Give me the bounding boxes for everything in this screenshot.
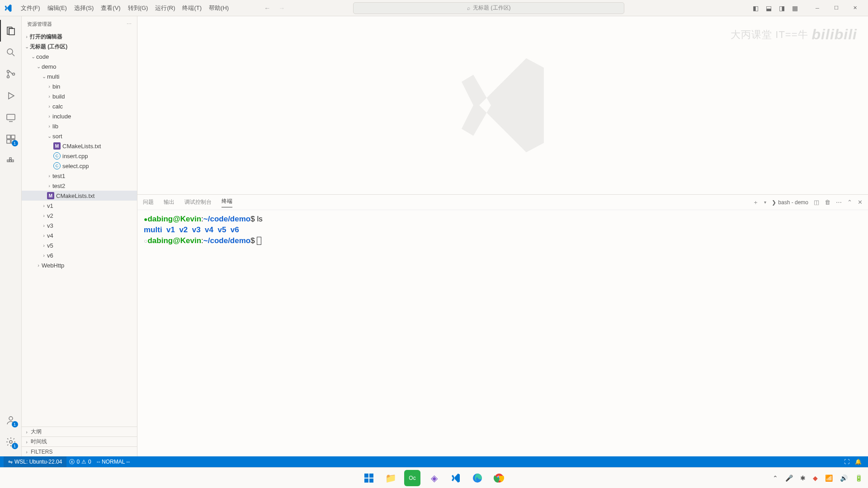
layout-sidebar-right-icon[interactable]: ◨ (777, 3, 787, 13)
tray-mic-icon[interactable]: 🎤 (785, 474, 793, 482)
window-minimize-icon[interactable]: ─ (808, 2, 826, 14)
activity-account-icon[interactable]: 1 (0, 409, 22, 431)
panel-close-icon[interactable]: ✕ (858, 199, 863, 206)
status-vim-mode: -- NORMAL -- (94, 456, 133, 467)
section-outline[interactable]: 大纲 (22, 427, 137, 436)
status-bell-icon[interactable]: 🔔 (852, 459, 864, 465)
bilibili-logo: bilibili (812, 26, 857, 43)
folder-demo[interactable]: demo (22, 61, 137, 71)
tray-battery-icon[interactable]: 🔋 (855, 474, 863, 482)
file-select-cpp[interactable]: Cselect.cpp (22, 161, 137, 171)
folder-build[interactable]: build (22, 91, 137, 101)
terminal-content[interactable]: ●dabing@Kevin:~/code/demo$ ls multi v1 v… (137, 210, 868, 456)
tab-terminal[interactable]: 终端 (222, 197, 232, 207)
explorer-more-icon[interactable]: ⋯ (127, 21, 132, 27)
tab-output[interactable]: 输出 (164, 198, 175, 206)
status-remote[interactable]: ⇋WSL: Ubuntu-22.04 (4, 456, 66, 467)
activity-scm-icon[interactable] (0, 63, 22, 85)
folder-calc[interactable]: calc (22, 101, 137, 111)
menu-select[interactable]: 选择(S) (71, 2, 97, 14)
file-cmake-sort[interactable]: MCMakeLists.txt (22, 141, 137, 151)
folder-v5[interactable]: v5 (22, 240, 137, 250)
vscode-watermark-icon (444, 47, 561, 164)
activity-search-icon[interactable] (0, 42, 22, 63)
folder-sort[interactable]: sort (22, 131, 137, 141)
file-insert-cpp[interactable]: Cinsert.cpp (22, 151, 137, 161)
folder-bin[interactable]: bin (22, 81, 137, 91)
folder-webhttp[interactable]: WebHttp (22, 260, 137, 270)
new-terminal-icon[interactable]: ＋ (753, 198, 759, 206)
section-filters[interactable]: FILTERS (22, 446, 137, 456)
menu-terminal[interactable]: 终端(T) (179, 2, 205, 14)
section-timeline[interactable]: 时间线 (22, 436, 137, 446)
ext-badge: 1 (12, 140, 18, 146)
folder-v3[interactable]: v3 (22, 221, 137, 230)
command-center[interactable]: ⌕ 无标题 (工作区) (353, 2, 624, 14)
activity-docker-icon[interactable] (0, 150, 22, 172)
taskbar-explorer-icon[interactable]: 📁 (382, 470, 399, 486)
folder-test1[interactable]: test1 (22, 171, 137, 181)
tab-debug-console[interactable]: 调试控制台 (184, 198, 212, 206)
kill-terminal-icon[interactable]: 🗑 (825, 199, 830, 206)
menu-file[interactable]: 文件(F) (17, 2, 44, 14)
folder-multi[interactable]: multi (22, 71, 137, 81)
nav-back-icon[interactable]: ← (264, 5, 270, 12)
taskbar-chrome-icon[interactable] (491, 470, 507, 486)
activity-explorer-icon[interactable] (0, 20, 22, 42)
bash-icon: ❯ (772, 199, 776, 206)
folder-include[interactable]: include (22, 111, 137, 121)
nav-arrows: ← → (264, 5, 285, 12)
panel-maximize-icon[interactable]: ⌃ (847, 199, 852, 206)
tray-volume-icon[interactable]: 🔊 (840, 474, 848, 482)
window-close-icon[interactable]: ✕ (846, 2, 864, 14)
cpp-icon: C (53, 152, 61, 160)
folder-v6[interactable]: v6 (22, 250, 137, 260)
folder-v4[interactable]: v4 (22, 230, 137, 240)
layout-customize-icon[interactable]: ▦ (790, 3, 800, 13)
layout-sidebar-left-icon[interactable]: ◧ (750, 3, 761, 13)
svg-rect-9 (7, 160, 9, 162)
window-maximize-icon[interactable]: ☐ (827, 2, 845, 14)
file-cmake-multi[interactable]: MCMakeLists.txt (22, 191, 137, 201)
activity-extensions-icon[interactable]: 1 (0, 128, 22, 150)
taskbar-vscode-icon[interactable] (448, 470, 464, 486)
panel-more-icon[interactable]: ⋯ (836, 199, 842, 206)
tray-wifi-icon[interactable]: 📶 (825, 474, 833, 482)
svg-rect-12 (9, 158, 11, 160)
taskbar-vs-icon[interactable]: ◈ (426, 470, 442, 486)
file-tree: 打开的编辑器 无标题 (工作区) code demo multi bin bui… (22, 32, 137, 427)
status-problems[interactable]: ⓧ0⚠0 (66, 456, 94, 467)
layout-panel-icon[interactable]: ⬓ (764, 3, 774, 13)
menu-run[interactable]: 运行(R) (151, 2, 179, 14)
sidebar-explorer: 资源管理器 ⋯ 打开的编辑器 无标题 (工作区) code demo multi… (22, 16, 137, 456)
activity-settings-icon[interactable]: 1 (0, 431, 22, 453)
folder-code[interactable]: code (22, 52, 137, 61)
terminal-dropdown-icon[interactable]: ▾ (764, 200, 766, 205)
tray-app-icon[interactable]: ✱ (800, 474, 806, 482)
menu-help[interactable]: 帮助(H) (205, 2, 232, 14)
editor-area: 大丙课堂 IT==牛 bilibili 问题 输出 调试控制台 终端 ＋ ▾ ❯… (137, 16, 868, 456)
menu-edit[interactable]: 编辑(E) (44, 2, 71, 14)
taskbar-wechat-icon[interactable]: Oc (404, 470, 420, 486)
folder-v1[interactable]: v1 (22, 201, 137, 211)
section-workspace[interactable]: 无标题 (工作区) (22, 42, 137, 52)
activity-debug-icon[interactable] (0, 85, 22, 107)
section-open-editors[interactable]: 打开的编辑器 (22, 32, 137, 42)
taskbar-start-icon[interactable] (361, 470, 377, 486)
folder-lib[interactable]: lib (22, 121, 137, 131)
menu-view[interactable]: 查看(V) (97, 2, 124, 14)
tray-chevron-icon[interactable]: ⌃ (773, 474, 778, 482)
acct-badge: 1 (12, 421, 18, 427)
split-terminal-icon[interactable]: ◫ (814, 199, 819, 206)
taskbar-edge-icon[interactable] (469, 470, 486, 486)
folder-v2[interactable]: v2 (22, 211, 137, 221)
folder-test2[interactable]: test2 (22, 181, 137, 191)
menu-go[interactable]: 转到(G) (124, 2, 152, 14)
tab-problems[interactable]: 问题 (143, 198, 154, 206)
tray-todesk-icon[interactable]: ◆ (813, 474, 818, 482)
activity-remote-icon[interactable] (0, 107, 22, 128)
nav-forward-icon[interactable]: → (278, 5, 285, 12)
terminal-shell-label[interactable]: ❯bash - demo (772, 199, 808, 206)
bottom-panel: 问题 输出 调试控制台 终端 ＋ ▾ ❯bash - demo ◫ 🗑 ⋯ ⌃ … (137, 194, 868, 456)
status-feedback-icon[interactable]: ⛶ (841, 459, 852, 465)
